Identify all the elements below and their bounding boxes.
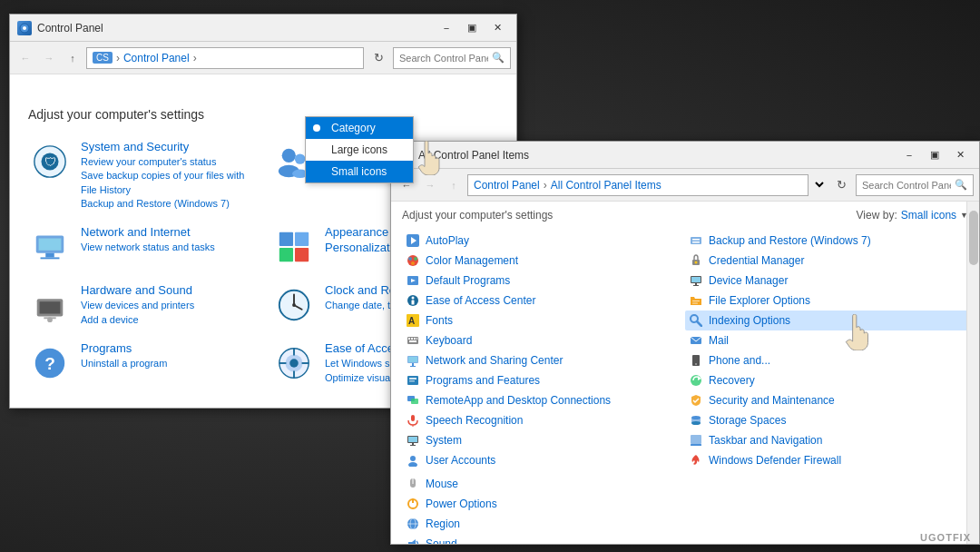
icon-item-power[interactable]: Power Options <box>402 494 685 514</box>
cat-title-hardware[interactable]: Hardware and Sound <box>81 283 254 299</box>
icon-item-mail[interactable]: Mail <box>685 330 968 350</box>
cat-sub-system3[interactable]: Backup and Restore (Windows 7) <box>81 197 254 211</box>
svg-rect-46 <box>412 301 415 305</box>
watermark: UGOTFIX <box>920 532 971 543</box>
dropdown-item-large[interactable]: Large icons <box>306 139 413 161</box>
icon-item-network[interactable]: Network and Sharing Center <box>402 350 685 370</box>
view-by-dropdown-menu[interactable]: Category Large icons Small icons <box>305 116 414 183</box>
up-btn-cp[interactable]: ↑ <box>63 48 83 68</box>
indexing-label: Indexing Options <box>709 314 790 327</box>
si-view-by: View by: Small icons ▼ <box>857 209 968 222</box>
icon-item-mouse[interactable]: Mouse <box>402 474 685 494</box>
icon-item-autoplay[interactable]: AutoPlay <box>402 231 685 251</box>
cat-sub-network1[interactable]: View network status and tasks <box>81 241 254 254</box>
icon-item-keyboard[interactable]: Keyboard <box>402 330 685 350</box>
dropdown-item-category[interactable]: Category <box>306 117 413 139</box>
icons-columns: AutoPlay Color Management Default Progra… <box>402 231 968 544</box>
icon-item-fileexp[interactable]: File Explorer Options <box>685 291 968 310</box>
icon-item-credential[interactable]: Credential Manager <box>685 251 968 271</box>
cat-sub-hw1[interactable]: View devices and printers <box>81 299 254 312</box>
svg-rect-68 <box>412 443 414 445</box>
close-btn-si[interactable]: ✕ <box>948 146 972 164</box>
search-box-si[interactable]: 🔍 <box>856 174 974 196</box>
forward-btn-cp[interactable]: → <box>39 48 59 68</box>
dropdown-item-small[interactable]: Small icons <box>306 161 413 182</box>
icon-item-user-accounts[interactable]: User Accounts <box>402 450 685 470</box>
forward-btn-si[interactable]: → <box>420 175 440 195</box>
icon-item-firewall[interactable]: Windows Defender Firewall <box>685 450 968 470</box>
cat-sub-system1[interactable]: Review your computer's status <box>81 155 254 169</box>
address-box-cp[interactable]: CS › Control Panel › <box>86 47 364 69</box>
minimize-btn-si[interactable]: − <box>897 146 921 164</box>
icon-item-phone[interactable]: Phone and... <box>685 350 968 370</box>
device-mgr-icon <box>689 273 703 288</box>
icon-item-backup[interactable]: Backup and Restore (Windows 7) <box>685 231 968 251</box>
icon-item-device-mgr[interactable]: Device Manager <box>685 271 968 291</box>
search-box-cp[interactable]: 🔍 <box>393 47 511 69</box>
titlebar-controls-si: − ▣ ✕ <box>897 146 972 164</box>
cat-title-network[interactable]: Network and Internet <box>81 225 254 241</box>
si-view-value[interactable]: Small icons <box>901 209 956 222</box>
fonts-icon: A <box>406 313 420 328</box>
search-input-cp[interactable] <box>399 53 488 64</box>
icon-item-programs[interactable]: Programs and Features <box>402 370 685 390</box>
address-box-si[interactable]: Control Panel › All Control Panel Items <box>467 174 808 196</box>
svg-point-6 <box>295 153 305 163</box>
scrollbar-si[interactable] <box>966 202 979 544</box>
svg-point-71 <box>408 462 417 467</box>
icon-item-recovery[interactable]: Recovery <box>685 370 968 390</box>
cat-title-programs[interactable]: Programs <box>81 341 254 357</box>
breadcrumb-cp-label: Control Panel <box>123 52 190 64</box>
storage-icon <box>689 413 703 428</box>
icon-item-indexing[interactable]: Indexing Options <box>685 310 968 330</box>
search-input-si[interactable] <box>862 180 951 191</box>
addressbar-si: ← → ↑ Control Panel › All Control Panel … <box>391 169 979 202</box>
close-btn-cp[interactable]: ✕ <box>485 19 509 37</box>
power-icon <box>406 497 420 511</box>
back-btn-cp[interactable]: ← <box>15 48 35 68</box>
svg-point-40 <box>414 257 417 261</box>
minimize-btn-cp[interactable]: − <box>435 19 458 37</box>
refresh-btn-cp[interactable]: ↻ <box>368 47 389 69</box>
icon-item-taskbar[interactable]: Taskbar and Navigation <box>685 430 968 450</box>
icon-item-default-programs[interactable]: Default Programs <box>402 271 685 291</box>
firewall-icon <box>689 453 703 468</box>
address-dropdown-si[interactable] <box>812 177 827 192</box>
up-btn-si[interactable]: ↑ <box>444 175 464 195</box>
scrollbar-thumb-si[interactable] <box>969 211 978 265</box>
cat-icon-appearance <box>272 225 316 269</box>
icon-item-remoteapp[interactable]: RemoteApp and Desktop Connections <box>402 390 685 410</box>
maximize-btn-si[interactable]: ▣ <box>923 146 946 164</box>
icon-item-color-mgmt[interactable]: Color Management <box>402 251 685 271</box>
icon-item-system[interactable]: System <box>402 430 685 450</box>
speech-label: Speech Recognition <box>426 414 523 427</box>
remoteapp-icon <box>406 393 420 408</box>
svg-rect-79 <box>408 542 412 544</box>
icon-item-ease[interactable]: Ease of Access Center <box>402 291 685 310</box>
icon-item-speech[interactable]: Speech Recognition <box>402 410 685 430</box>
firewall-label: Windows Defender Firewall <box>709 454 841 467</box>
cat-sub-hw2[interactable]: Add a device <box>81 313 254 327</box>
cat-sub-system2[interactable]: Save backup copies of your files with Fi… <box>81 169 254 197</box>
icon-item-security[interactable]: Security and Maintenance <box>685 390 968 410</box>
cp-window-title: Control Panel <box>37 22 435 34</box>
cat-title-system[interactable]: System and Security <box>81 140 254 155</box>
svg-rect-96 <box>692 303 698 304</box>
icon-item-fonts[interactable]: A Fonts <box>402 310 685 330</box>
svg-rect-107 <box>691 444 701 446</box>
icon-item-storage[interactable]: Storage Spaces <box>685 410 968 430</box>
icons-col-right: Backup and Restore (Windows 7) Credentia… <box>685 231 968 544</box>
icon-item-region[interactable]: Region <box>402 514 685 534</box>
icons-col-left: AutoPlay Color Management Default Progra… <box>402 231 685 544</box>
cat-icon-programs: ? <box>28 341 72 385</box>
svg-rect-67 <box>408 437 417 442</box>
mail-icon <box>689 333 703 348</box>
breadcrumb-all-items: All Control Panel Items <box>551 179 662 192</box>
maximize-btn-cp[interactable]: ▣ <box>460 19 484 37</box>
icon-item-sound[interactable]: Sound <box>402 534 685 544</box>
refresh-btn-si[interactable]: ↻ <box>830 174 852 196</box>
mail-label: Mail <box>709 334 729 347</box>
cat-sub-prog1[interactable]: Uninstall a program <box>81 357 254 370</box>
svg-marker-80 <box>412 539 416 544</box>
svg-rect-58 <box>410 366 416 367</box>
